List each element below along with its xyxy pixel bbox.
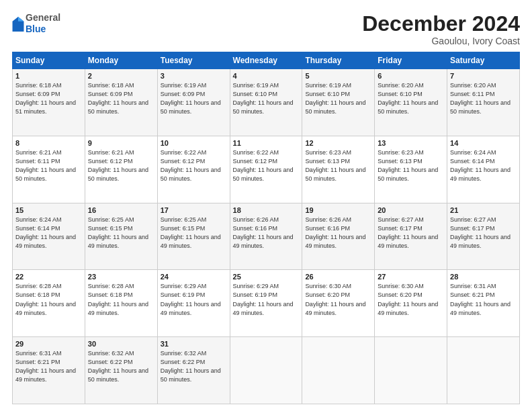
day-number: 19 (305, 206, 371, 214)
calendar-week-row: 8 Sunrise: 6:21 AMSunset: 6:11 PMDayligh… (13, 136, 520, 203)
day-number: 26 (305, 273, 371, 281)
calendar-week-row: 22 Sunrise: 6:28 AMSunset: 6:18 PMDaylig… (13, 270, 520, 337)
day-number: 16 (88, 206, 154, 214)
table-row: 1 Sunrise: 6:18 AMSunset: 6:09 PMDayligh… (13, 69, 85, 136)
day-info: Sunrise: 6:26 AMSunset: 6:16 PMDaylight:… (233, 216, 294, 249)
day-info: Sunrise: 6:21 AMSunset: 6:11 PMDaylight:… (15, 149, 76, 182)
day-info: Sunrise: 6:19 AMSunset: 6:10 PMDaylight:… (233, 82, 294, 115)
day-info: Sunrise: 6:30 AMSunset: 6:20 PMDaylight:… (305, 283, 365, 316)
table-row: 23 Sunrise: 6:28 AMSunset: 6:18 PMDaylig… (85, 270, 157, 337)
table-row: 11 Sunrise: 6:22 AMSunset: 6:12 PMDaylig… (230, 136, 302, 203)
day-info: Sunrise: 6:31 AMSunset: 6:21 PMDaylight:… (15, 350, 76, 383)
day-info: Sunrise: 6:32 AMSunset: 6:22 PMDaylight:… (161, 350, 221, 383)
logo-general-text: General (26, 12, 60, 24)
col-sunday: Sunday (13, 52, 85, 69)
table-row: 3 Sunrise: 6:19 AMSunset: 6:09 PMDayligh… (157, 69, 230, 136)
day-number: 5 (305, 72, 371, 80)
day-info: Sunrise: 6:28 AMSunset: 6:18 PMDaylight:… (88, 283, 148, 316)
logo: General Blue (12, 12, 60, 35)
table-row: 8 Sunrise: 6:21 AMSunset: 6:11 PMDayligh… (13, 136, 85, 203)
calendar-page: General Blue December 2024 Gaoulou, Ivor… (0, 0, 532, 411)
day-number: 27 (378, 273, 444, 281)
col-monday: Monday (85, 52, 157, 69)
day-info: Sunrise: 6:18 AMSunset: 6:09 PMDaylight:… (88, 82, 148, 115)
table-row: 9 Sunrise: 6:21 AMSunset: 6:12 PMDayligh… (85, 136, 157, 203)
table-row: 7 Sunrise: 6:20 AMSunset: 6:11 PMDayligh… (447, 69, 520, 136)
logo-text: General Blue (26, 12, 60, 35)
day-info: Sunrise: 6:25 AMSunset: 6:15 PMDaylight:… (88, 216, 148, 249)
day-info: Sunrise: 6:20 AMSunset: 6:10 PMDaylight:… (378, 82, 438, 115)
table-row: 24 Sunrise: 6:29 AMSunset: 6:19 PMDaylig… (157, 270, 230, 337)
day-info: Sunrise: 6:22 AMSunset: 6:12 PMDaylight:… (161, 149, 221, 182)
table-row: 4 Sunrise: 6:19 AMSunset: 6:10 PMDayligh… (230, 69, 302, 136)
day-info: Sunrise: 6:27 AMSunset: 6:17 PMDaylight:… (378, 216, 438, 249)
col-thursday: Thursday (302, 52, 375, 69)
day-info: Sunrise: 6:29 AMSunset: 6:19 PMDaylight:… (161, 283, 221, 316)
table-row: 31 Sunrise: 6:32 AMSunset: 6:22 PMDaylig… (157, 337, 230, 404)
table-row: 18 Sunrise: 6:26 AMSunset: 6:16 PMDaylig… (230, 203, 302, 270)
day-info: Sunrise: 6:30 AMSunset: 6:20 PMDaylight:… (378, 283, 438, 316)
table-row: 6 Sunrise: 6:20 AMSunset: 6:10 PMDayligh… (375, 69, 447, 136)
day-info: Sunrise: 6:18 AMSunset: 6:09 PMDaylight:… (15, 82, 76, 115)
day-number: 18 (233, 206, 300, 214)
day-info: Sunrise: 6:21 AMSunset: 6:12 PMDaylight:… (88, 149, 148, 182)
header: General Blue December 2024 Gaoulou, Ivor… (12, 12, 520, 46)
day-number: 21 (450, 206, 517, 214)
day-info: Sunrise: 6:31 AMSunset: 6:21 PMDaylight:… (450, 283, 511, 316)
day-info: Sunrise: 6:23 AMSunset: 6:13 PMDaylight:… (378, 149, 438, 182)
table-row: 21 Sunrise: 6:27 AMSunset: 6:17 PMDaylig… (447, 203, 520, 270)
day-number: 6 (378, 72, 444, 80)
table-row: 25 Sunrise: 6:29 AMSunset: 6:19 PMDaylig… (230, 270, 302, 337)
month-title: December 2024 (362, 12, 520, 36)
table-row: 22 Sunrise: 6:28 AMSunset: 6:18 PMDaylig… (13, 270, 85, 337)
table-row (375, 337, 447, 404)
day-number: 13 (378, 139, 444, 147)
location: Gaoulou, Ivory Coast (362, 36, 520, 46)
col-saturday: Saturday (447, 52, 520, 69)
table-row: 29 Sunrise: 6:31 AMSunset: 6:21 PMDaylig… (13, 337, 85, 404)
calendar-week-row: 29 Sunrise: 6:31 AMSunset: 6:21 PMDaylig… (13, 337, 520, 404)
day-number: 24 (161, 273, 227, 281)
day-info: Sunrise: 6:28 AMSunset: 6:18 PMDaylight:… (15, 283, 76, 316)
table-row (230, 337, 302, 404)
table-row: 17 Sunrise: 6:25 AMSunset: 6:15 PMDaylig… (157, 203, 230, 270)
day-info: Sunrise: 6:19 AMSunset: 6:09 PMDaylight:… (161, 82, 221, 115)
day-number: 10 (161, 139, 227, 147)
table-row: 5 Sunrise: 6:19 AMSunset: 6:10 PMDayligh… (302, 69, 375, 136)
table-row: 26 Sunrise: 6:30 AMSunset: 6:20 PMDaylig… (302, 270, 375, 337)
day-info: Sunrise: 6:27 AMSunset: 6:17 PMDaylight:… (450, 216, 511, 249)
day-number: 12 (305, 139, 371, 147)
day-number: 2 (88, 72, 154, 80)
day-number: 11 (233, 139, 300, 147)
table-row: 13 Sunrise: 6:23 AMSunset: 6:13 PMDaylig… (375, 136, 447, 203)
day-number: 4 (233, 72, 300, 80)
svg-marker-1 (18, 17, 24, 21)
day-info: Sunrise: 6:19 AMSunset: 6:10 PMDaylight:… (305, 82, 365, 115)
col-friday: Friday (375, 52, 447, 69)
calendar-week-row: 1 Sunrise: 6:18 AMSunset: 6:09 PMDayligh… (13, 69, 520, 136)
day-number: 28 (450, 273, 517, 281)
day-number: 14 (450, 139, 517, 147)
table-row (447, 337, 520, 404)
day-info: Sunrise: 6:22 AMSunset: 6:12 PMDaylight:… (233, 149, 294, 182)
day-number: 15 (15, 206, 82, 214)
table-row: 14 Sunrise: 6:24 AMSunset: 6:14 PMDaylig… (447, 136, 520, 203)
day-info: Sunrise: 6:24 AMSunset: 6:14 PMDaylight:… (450, 149, 511, 182)
day-number: 1 (15, 72, 82, 80)
day-info: Sunrise: 6:24 AMSunset: 6:14 PMDaylight:… (15, 216, 76, 249)
col-wednesday: Wednesday (230, 52, 302, 69)
day-number: 31 (161, 340, 227, 348)
table-row: 27 Sunrise: 6:30 AMSunset: 6:20 PMDaylig… (375, 270, 447, 337)
day-info: Sunrise: 6:32 AMSunset: 6:22 PMDaylight:… (88, 350, 148, 383)
calendar-week-row: 15 Sunrise: 6:24 AMSunset: 6:14 PMDaylig… (13, 203, 520, 270)
table-row (302, 337, 375, 404)
day-number: 20 (378, 206, 444, 214)
table-row: 19 Sunrise: 6:26 AMSunset: 6:16 PMDaylig… (302, 203, 375, 270)
day-number: 17 (161, 206, 227, 214)
table-row: 16 Sunrise: 6:25 AMSunset: 6:15 PMDaylig… (85, 203, 157, 270)
day-info: Sunrise: 6:25 AMSunset: 6:15 PMDaylight:… (161, 216, 221, 249)
day-info: Sunrise: 6:20 AMSunset: 6:11 PMDaylight:… (450, 82, 511, 115)
day-number: 25 (233, 273, 300, 281)
col-tuesday: Tuesday (157, 52, 230, 69)
calendar-header-row: Sunday Monday Tuesday Wednesday Thursday… (13, 52, 520, 69)
